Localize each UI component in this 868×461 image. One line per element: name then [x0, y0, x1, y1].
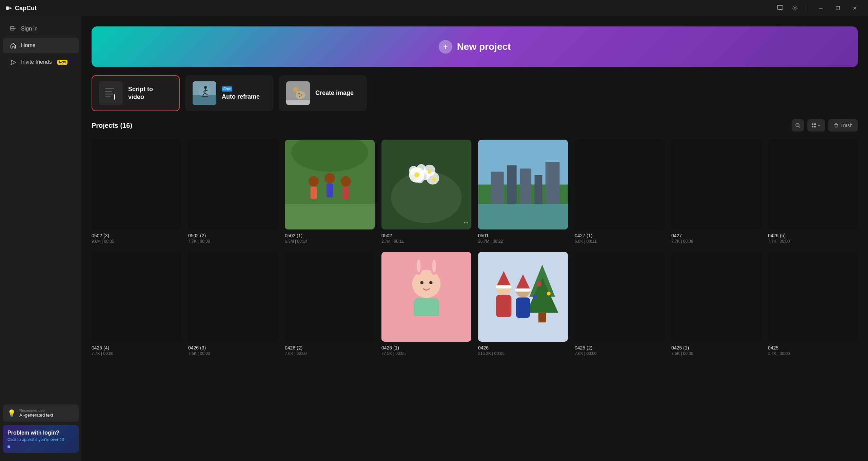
svg-rect-61 [491, 172, 504, 204]
recommended-card[interactable]: 💡 Recommended AI-generated text [3, 404, 79, 422]
home-icon [9, 42, 17, 49]
project-meta-15: 1.4K | 00:00 [768, 351, 858, 356]
project-thumb-9 [188, 252, 278, 342]
feature-card-autoreframe[interactable]: Free Auto reframe [185, 75, 273, 111]
svg-point-3 [794, 7, 796, 9]
svg-rect-9 [99, 81, 123, 105]
app-name: CapCut [15, 5, 37, 12]
titlebar-controls: ─ ❐ ✕ [776, 3, 863, 14]
project-name-6: 0427 [671, 233, 761, 238]
project-item-13[interactable]: 0425 (2) 7.6K | 00:00 [575, 252, 665, 356]
svg-rect-14 [114, 94, 115, 100]
maximize-button[interactable]: ❐ [830, 3, 846, 14]
signin-label: Sign in [21, 26, 38, 32]
problem-dot [7, 445, 10, 448]
problem-card-content: Problem with login? Click to appeal if y… [7, 430, 74, 448]
new-project-banner[interactable]: + New project [92, 26, 858, 67]
recommended-label: Recommended [19, 408, 53, 413]
project-more-3: ··· [463, 220, 469, 227]
project-thumb-11 [381, 252, 471, 342]
feedback-icon[interactable] [776, 4, 784, 12]
project-item-2[interactable]: 0502 (1) 6.3M | 00:14 [285, 140, 375, 244]
svg-rect-4 [11, 26, 14, 28]
search-button[interactable] [792, 119, 804, 132]
project-item-9[interactable]: 0426 (3) 7.6K | 00:00 [188, 252, 278, 356]
project-item-15[interactable]: 0425 1.4K | 00:00 [768, 252, 858, 356]
problem-link[interactable]: Click to appeal if you're over 13 [7, 437, 74, 442]
project-item-3[interactable]: ··· 0502 2.7M | 00:11 [381, 140, 471, 244]
project-item-12[interactable]: 0426 216.2K | 00:05 [478, 252, 568, 356]
svg-rect-11 [105, 91, 112, 92]
project-thumb-8 [92, 252, 181, 342]
project-meta-10: 7.6K | 00:00 [285, 351, 375, 356]
svg-point-71 [417, 260, 420, 273]
project-item-0[interactable]: 0502 (3) 9.6M | 00:35 [92, 140, 181, 244]
project-meta-6: 7.7K | 00:00 [671, 239, 761, 244]
svg-rect-43 [327, 183, 333, 198]
problem-title: Problem with login? [7, 430, 74, 436]
project-name-2: 0502 (1) [285, 233, 375, 238]
feature-cards: Script tovideo [92, 75, 858, 111]
project-name-1: 0502 (2) [188, 233, 278, 238]
project-item-6[interactable]: 0427 7.7K | 00:00 [671, 140, 761, 244]
project-meta-0: 9.6M | 00:35 [92, 239, 181, 244]
project-item-7[interactable]: 0426 (5) 7.7K | 00:00 [768, 140, 858, 244]
content-area: + New project Script tovideo [81, 16, 868, 461]
svg-rect-62 [507, 165, 516, 204]
svg-rect-85 [496, 295, 511, 317]
project-item-1[interactable]: 0502 (2) 7.7K | 00:00 [188, 140, 278, 244]
svg-point-56 [414, 173, 419, 178]
titlebar: CapCut ─ ❐ ✕ [0, 0, 868, 16]
sidebar: Sign in Home Invite friends New 💡 [0, 16, 81, 461]
project-name-8: 0426 (4) [92, 345, 181, 350]
project-meta-4: 26.7M | 00:22 [478, 239, 568, 244]
project-thumb-5 [575, 140, 665, 229]
svg-rect-45 [342, 186, 349, 199]
signin-icon [9, 25, 17, 32]
script-label: Script tovideo [128, 85, 153, 101]
sidebar-item-signin[interactable]: Sign in [3, 21, 79, 36]
view-toggle-button[interactable] [807, 119, 825, 132]
autoreframe-label: Auto reframe [222, 93, 260, 101]
projects-grid-row2: 0426 (4) 7.7K | 00:00 0426 (3) 7.6K | 00… [92, 252, 858, 356]
svg-point-57 [428, 170, 431, 174]
svg-point-73 [420, 281, 423, 284]
project-item-11[interactable]: 0426 (1) 77.5K | 00:05 [381, 252, 471, 356]
feature-card-createimage[interactable]: Create image [279, 75, 367, 111]
project-thumb-12 [478, 252, 568, 342]
project-meta-2: 6.3M | 00:14 [285, 239, 375, 244]
projects-title: Projects (16) [92, 122, 132, 129]
feature-card-script[interactable]: Script tovideo [92, 75, 180, 111]
project-item-10[interactable]: 0426 (2) 7.6K | 00:00 [285, 252, 375, 356]
sidebar-bottom: 💡 Recommended AI-generated text Problem … [0, 400, 81, 457]
svg-rect-91 [515, 288, 531, 292]
project-item-5[interactable]: 0427 (1) 6.0K | 00:11 [575, 140, 665, 244]
project-name-15: 0425 [768, 345, 858, 350]
sidebar-item-home[interactable]: Home [3, 38, 79, 53]
project-name-12: 0426 [478, 345, 568, 350]
project-name-10: 0426 (2) [285, 345, 375, 350]
project-item-4[interactable]: 0501 26.7M | 00:22 [478, 140, 568, 244]
svg-rect-66 [478, 204, 568, 229]
script-thumb [99, 81, 123, 105]
svg-point-82 [547, 292, 551, 295]
sidebar-item-invite[interactable]: Invite friends New [3, 55, 79, 70]
settings-icon[interactable] [791, 4, 799, 12]
project-name-13: 0425 (2) [575, 345, 665, 350]
svg-rect-76 [381, 316, 471, 342]
svg-rect-24 [201, 96, 208, 97]
minimize-button[interactable]: ─ [813, 3, 829, 14]
svg-rect-13 [105, 96, 111, 97]
project-thumb-6 [671, 140, 761, 229]
close-button[interactable]: ✕ [847, 3, 863, 14]
invite-label: Invite friends [21, 59, 52, 65]
project-item-8[interactable]: 0426 (4) 7.7K | 00:00 [92, 252, 181, 356]
project-item-14[interactable]: 0425 (1) 7.6K | 00:00 [671, 252, 761, 356]
problem-card[interactable]: Problem with login? Click to appeal if y… [3, 425, 79, 453]
svg-rect-31 [286, 100, 310, 105]
svg-rect-36 [812, 126, 813, 127]
project-name-9: 0426 (3) [188, 345, 278, 350]
ai-text-label: AI-generated text [19, 413, 53, 418]
trash-button[interactable]: Trash [828, 119, 858, 132]
svg-point-44 [341, 176, 351, 186]
